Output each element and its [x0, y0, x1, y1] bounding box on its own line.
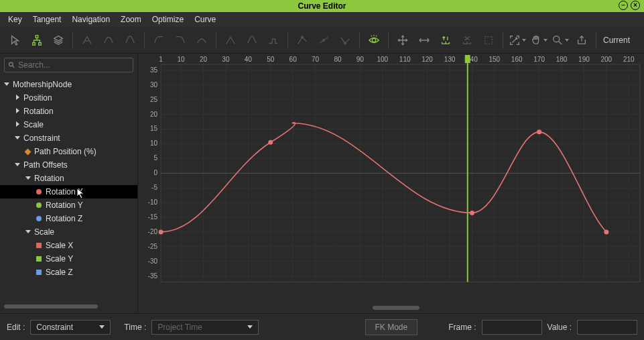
svg-text:5: 5 — [153, 154, 157, 162]
svg-text:1: 1 — [159, 56, 163, 63]
zoom-tool-icon[interactable] — [550, 30, 570, 50]
tangent-flat-icon[interactable] — [149, 30, 169, 50]
graph-canvas[interactable]: 1102030405060708090100110120130140150160… — [138, 54, 644, 304]
toolbar: Current — [0, 27, 644, 54]
tree-item[interactable]: Rotation Y — [0, 199, 137, 212]
svg-text:15: 15 — [150, 125, 158, 132]
svg-text:130: 130 — [444, 56, 456, 63]
edit-label: Edit : — [7, 323, 25, 332]
search-input[interactable] — [18, 60, 129, 70]
tangent-clamped-icon[interactable] — [242, 30, 262, 50]
frame-input[interactable] — [482, 320, 542, 335]
svg-text:50: 50 — [267, 56, 275, 63]
svg-text:210: 210 — [623, 56, 635, 63]
svg-text:90: 90 — [357, 56, 365, 63]
tangent-linear-icon[interactable] — [120, 30, 140, 50]
tree-item[interactable]: Rotation X — [0, 185, 137, 199]
time-label: Time : — [124, 323, 146, 332]
tree-item[interactable]: Constraint — [0, 131, 137, 145]
tree-item[interactable]: Scale Z — [0, 266, 137, 279]
menu-curve[interactable]: Curve — [189, 12, 221, 27]
tree-item[interactable]: Path Offsets — [0, 158, 137, 172]
tree-item[interactable]: Path Position (%) — [0, 145, 137, 158]
tangent-ease-in-icon[interactable] — [170, 30, 190, 50]
frame-all-icon[interactable] — [507, 30, 527, 50]
tree-item-label: Scale X — [46, 241, 73, 250]
tree-item[interactable]: Scale — [0, 118, 137, 131]
fk-mode-button[interactable]: FK Mode — [365, 319, 418, 335]
svg-text:100: 100 — [377, 56, 388, 63]
tree-item[interactable]: Scale X — [0, 239, 137, 252]
search-icon — [8, 61, 15, 69]
snap-off-icon[interactable] — [457, 30, 477, 50]
close-icon[interactable]: × — [631, 1, 640, 10]
frame-label: Frame : — [448, 323, 476, 332]
tree-item[interactable]: Rotation — [0, 105, 137, 118]
tree-item[interactable]: Rotation — [0, 172, 137, 185]
edit-mode-select[interactable]: Constraint — [30, 320, 111, 335]
sidebar-scrollbar[interactable] — [4, 302, 133, 310]
select-tool-icon[interactable] — [5, 30, 25, 50]
cursor-icon — [76, 188, 86, 200]
minimize-icon[interactable]: – — [619, 1, 628, 10]
hierarchy-icon[interactable] — [27, 30, 47, 50]
move-tool-icon[interactable] — [393, 30, 413, 50]
svg-rect-1 — [33, 42, 36, 45]
tree-item[interactable]: Scale Y — [0, 252, 137, 266]
pan-tool-icon[interactable] — [529, 30, 549, 50]
svg-text:30: 30 — [222, 56, 230, 63]
graph-scrollbar[interactable] — [158, 304, 624, 312]
svg-point-6 — [372, 38, 375, 42]
menu-bar: KeyTangentNavigationZoomOptimizeCurve — [0, 12, 644, 27]
outliner-tree[interactable]: MothershipNodePositionRotationScaleConst… — [0, 76, 137, 301]
tree-item-label: Path Position (%) — [34, 147, 96, 156]
region-icon[interactable] — [478, 30, 499, 50]
svg-text:80: 80 — [334, 56, 342, 63]
scale-h-tool-icon[interactable] — [414, 30, 434, 50]
layers-icon[interactable] — [48, 30, 68, 50]
svg-text:10: 10 — [150, 139, 158, 147]
svg-text:-5: -5 — [151, 184, 157, 191]
snap-icon[interactable] — [436, 30, 456, 50]
value-input[interactable] — [577, 320, 637, 335]
menu-tangent[interactable]: Tangent — [27, 12, 67, 27]
tangent-stepped-icon[interactable] — [263, 30, 283, 50]
svg-text:30: 30 — [150, 81, 158, 89]
tree-root[interactable]: MothershipNode — [0, 78, 137, 91]
menu-key[interactable]: Key — [3, 12, 27, 27]
tangent-step-icon[interactable] — [192, 30, 212, 50]
svg-text:70: 70 — [312, 56, 320, 63]
menu-optimize[interactable]: Optimize — [147, 12, 189, 27]
svg-text:200: 200 — [601, 56, 613, 63]
svg-text:10: 10 — [178, 56, 186, 63]
tangent-free-icon[interactable] — [292, 30, 312, 50]
tangent-weighted-icon[interactable] — [335, 30, 355, 50]
svg-point-9 — [9, 62, 13, 66]
tree-item[interactable]: Rotation Z — [0, 212, 137, 225]
window-title: Curve Editor — [298, 1, 346, 11]
tangent-auto-icon[interactable] — [77, 30, 97, 50]
svg-text:20: 20 — [150, 111, 158, 118]
tree-item[interactable]: Position — [0, 91, 137, 105]
tree-item-label: Position — [23, 93, 52, 103]
menu-zoom[interactable]: Zoom — [115, 12, 147, 27]
tree-item-label: Rotation Y — [46, 201, 83, 210]
search-box[interactable] — [4, 58, 133, 72]
tangent-unified-icon[interactable] — [314, 30, 334, 50]
svg-text:120: 120 — [422, 56, 433, 63]
visibility-icon[interactable] — [364, 30, 384, 50]
toolbar-mode-label[interactable]: Current — [603, 36, 630, 45]
tree-item-label: Rotation Z — [46, 214, 82, 223]
menu-navigation[interactable]: Navigation — [66, 12, 115, 27]
svg-text:160: 160 — [511, 56, 523, 63]
tangent-broken-icon[interactable] — [220, 30, 241, 50]
tree-item-label: Scale Z — [46, 268, 73, 277]
title-bar: Curve Editor – × — [0, 0, 644, 12]
tree-item[interactable]: Scale — [0, 225, 137, 239]
svg-rect-86 — [465, 55, 470, 63]
tangent-spline-icon[interactable] — [99, 30, 119, 50]
tree-item-label: Rotation — [23, 107, 54, 116]
export-icon[interactable] — [572, 30, 592, 50]
svg-text:110: 110 — [399, 56, 411, 63]
time-select[interactable]: Project Time — [151, 320, 259, 335]
